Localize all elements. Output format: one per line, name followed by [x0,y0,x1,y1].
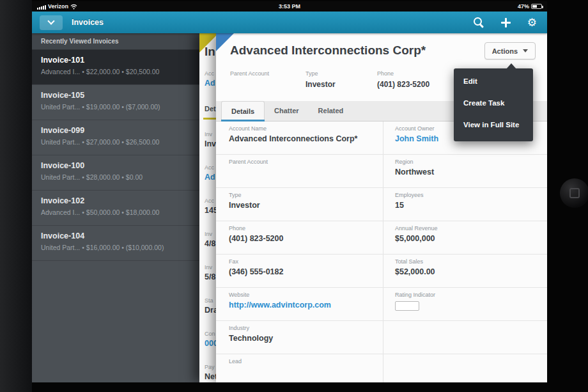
status-bar: Verizon 3:53 PM 47% [32,1,547,12]
list-item-invoice-099[interactable]: Invoice-099 United Part... • $27,000.00 … [32,120,199,155]
invoice-name: Invoice-104 [41,231,193,240]
list-item-invoice-104[interactable]: Invoice-104 United Part... • $16,000.00 … [32,226,199,261]
tab-chatter[interactable]: Chatter [265,101,309,121]
detail-row: Industry Technology [216,321,547,354]
device-bezel [0,0,32,392]
battery-icon [531,4,542,9]
carrier-label: Verizon [48,4,68,10]
settings-gear-icon[interactable] [527,17,537,28]
dropdown-caret-icon [506,63,516,69]
add-icon[interactable] [501,18,511,27]
invoice-summary: United Part... • $16,000.00 • ($10,000.0… [41,244,193,251]
record-detail-area: In Acc Ad Det InvInv AccAd Acc145 Inv4/8… [199,33,547,382]
nav-title: Invoices [72,18,104,27]
invoice-name: Invoice-101 [41,56,193,65]
actions-dropdown-menu: Edit Create Task View in Full Site [454,68,533,141]
battery-percent-label: 47% [518,3,529,10]
invoice-name: Invoice-102 [41,196,193,205]
list-item-invoice-100[interactable]: Invoice-100 United Part... • $28,000.00 … [32,155,199,191]
invoice-name: Invoice-099 [41,126,193,135]
account-name-value: Advanced Interconnections Corp* [229,134,383,143]
invoice-field: Inv5/8 [205,264,215,281]
tab-related[interactable]: Related [309,101,353,121]
invoice-name: Invoice-100 [41,161,193,170]
search-icon[interactable] [474,17,484,28]
menu-item-view-full-site[interactable]: View in Full Site [454,114,533,136]
invoice-header-field: Acc Ad [205,70,215,88]
invoice-summary: United Part... • $19,000.00 • ($7,000.00… [41,103,193,111]
signal-strength-icon [37,5,46,10]
detail-row: Type Investor Employees 15 [216,188,547,221]
invoice-name: Invoice-105 [41,91,193,100]
account-title: Advanced Interconnections Corp* [230,43,426,58]
list-item-invoice-101[interactable]: Invoice-101 Advanced I... • $22,000.00 •… [32,50,199,85]
invoice-summary: United Part... • $28,000.00 • $0.00 [41,173,193,181]
list-header: Recently Viewed Invoices [32,33,199,50]
actions-button-label: Actions [492,47,518,55]
account-record-page: Advanced Interconnections Corp* Actions … [216,33,547,382]
actions-button[interactable]: Actions [484,42,536,59]
invoice-tab: Det [205,105,216,113]
highlight-type: Type Investor [306,70,336,89]
chevron-down-icon [47,17,54,24]
invoice-field: AccAd [205,164,215,182]
list-item-invoice-105[interactable]: Invoice-105 United Part... • $19,000.00 … [32,85,199,120]
menu-item-edit[interactable]: Edit [454,70,533,92]
invoice-list-pane: Recently Viewed Invoices Invoice-101 Adv… [32,33,199,382]
ipad-device-frame: Verizon 3:53 PM 47% Invoices [0,0,588,392]
details-field-grid: Account Name Advanced Interconnections C… [216,122,547,382]
tab-details[interactable]: Details [221,101,265,121]
caret-down-icon [523,49,528,52]
invoice-field: Inv4/8 [205,231,215,248]
detail-row: Lead [216,354,547,382]
detail-row: Fax (346) 555-0182 Total Sales $52,000.0… [216,255,547,288]
nav-menu-button[interactable] [40,15,63,30]
invoice-page-title: In [205,45,215,59]
menu-item-create-task[interactable]: Create Task [454,92,533,114]
highlight-parent-account: Parent Account [230,70,269,80]
nav-bar: Invoices [32,12,547,33]
highlight-phone: Phone (401) 823-5200 [377,70,429,89]
app-screen: Verizon 3:53 PM 47% Invoices [32,1,547,382]
detail-row: Phone (401) 823-5200 Annual Revenue $5,0… [216,221,547,255]
website-link[interactable]: http://www.advintcorp.com [229,301,383,310]
detail-row: Website http://www.advintcorp.com Rating… [216,288,547,321]
invoice-summary: Advanced I... • $50,000.00 • $18,000.00 [41,208,193,216]
invoice-summary: Advanced I... • $22,000.00 • $20,500.00 [41,68,193,75]
list-item-invoice-102[interactable]: Invoice-102 Advanced I... • $50,000.00 •… [32,191,199,226]
invoice-summary: United Part... • $27,000.00 • $26,500.00 [41,138,193,146]
detail-row: Parent Account Region Northwest [216,155,547,188]
rating-indicator-field[interactable] [395,301,419,311]
wifi-icon [70,4,77,10]
clock-label: 3:53 PM [32,3,547,10]
home-button[interactable] [560,178,588,208]
invoice-field: InvInv [205,131,216,148]
